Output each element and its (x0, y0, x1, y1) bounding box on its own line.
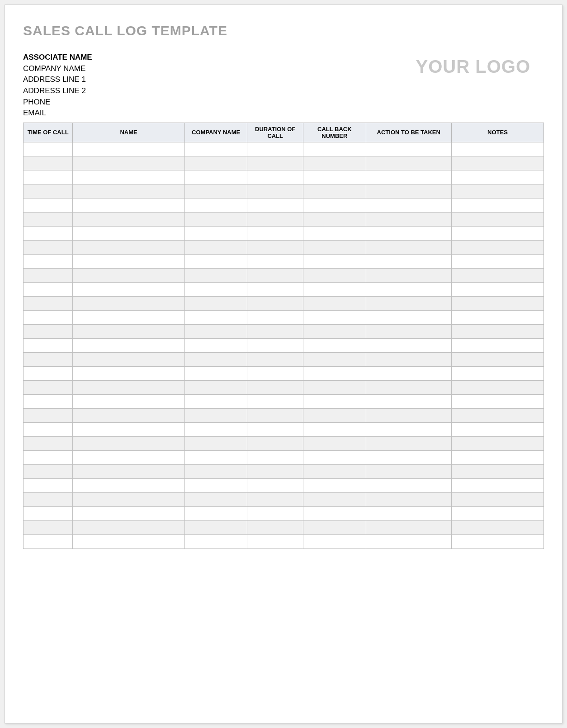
table-cell[interactable] (73, 478, 185, 492)
table-cell[interactable] (184, 352, 247, 366)
table-cell[interactable] (366, 450, 451, 464)
table-cell[interactable] (73, 212, 185, 226)
table-cell[interactable] (303, 338, 366, 352)
table-cell[interactable] (24, 436, 73, 450)
table-cell[interactable] (303, 408, 366, 422)
table-cell[interactable] (303, 198, 366, 212)
table-cell[interactable] (184, 380, 247, 394)
table-cell[interactable] (184, 184, 247, 198)
table-cell[interactable] (247, 366, 303, 380)
table-cell[interactable] (24, 506, 73, 520)
table-cell[interactable] (303, 324, 366, 338)
table-cell[interactable] (247, 226, 303, 240)
table-cell[interactable] (451, 212, 543, 226)
table-cell[interactable] (73, 464, 185, 478)
table-cell[interactable] (247, 254, 303, 268)
table-cell[interactable] (366, 142, 451, 156)
table-cell[interactable] (73, 380, 185, 394)
table-cell[interactable] (303, 534, 366, 548)
table-cell[interactable] (24, 534, 73, 548)
table-cell[interactable] (451, 324, 543, 338)
table-cell[interactable] (24, 352, 73, 366)
table-cell[interactable] (366, 268, 451, 282)
table-cell[interactable] (451, 142, 543, 156)
table-cell[interactable] (366, 254, 451, 268)
table-cell[interactable] (303, 394, 366, 408)
table-cell[interactable] (303, 282, 366, 296)
table-cell[interactable] (303, 240, 366, 254)
table-cell[interactable] (73, 282, 185, 296)
table-cell[interactable] (451, 492, 543, 506)
table-cell[interactable] (24, 142, 73, 156)
table-cell[interactable] (73, 352, 185, 366)
table-cell[interactable] (184, 170, 247, 184)
table-cell[interactable] (184, 506, 247, 520)
table-cell[interactable] (247, 478, 303, 492)
table-cell[interactable] (73, 268, 185, 282)
table-cell[interactable] (366, 394, 451, 408)
table-cell[interactable] (247, 142, 303, 156)
table-cell[interactable] (247, 506, 303, 520)
table-cell[interactable] (366, 184, 451, 198)
table-cell[interactable] (366, 170, 451, 184)
table-cell[interactable] (247, 156, 303, 170)
table-cell[interactable] (73, 198, 185, 212)
table-cell[interactable] (303, 436, 366, 450)
table-cell[interactable] (303, 254, 366, 268)
table-cell[interactable] (247, 450, 303, 464)
table-cell[interactable] (366, 156, 451, 170)
table-cell[interactable] (366, 464, 451, 478)
table-cell[interactable] (451, 198, 543, 212)
table-cell[interactable] (24, 282, 73, 296)
table-cell[interactable] (247, 240, 303, 254)
table-cell[interactable] (24, 184, 73, 198)
table-cell[interactable] (366, 478, 451, 492)
table-cell[interactable] (73, 310, 185, 324)
table-cell[interactable] (366, 408, 451, 422)
table-cell[interactable] (303, 296, 366, 310)
table-cell[interactable] (73, 240, 185, 254)
table-cell[interactable] (451, 310, 543, 324)
table-cell[interactable] (24, 450, 73, 464)
table-cell[interactable] (366, 492, 451, 506)
table-cell[interactable] (303, 310, 366, 324)
table-cell[interactable] (247, 282, 303, 296)
table-cell[interactable] (451, 436, 543, 450)
table-cell[interactable] (451, 156, 543, 170)
table-cell[interactable] (73, 520, 185, 534)
table-cell[interactable] (303, 268, 366, 282)
table-cell[interactable] (24, 240, 73, 254)
table-cell[interactable] (73, 296, 185, 310)
table-cell[interactable] (184, 464, 247, 478)
table-cell[interactable] (184, 310, 247, 324)
table-cell[interactable] (73, 156, 185, 170)
table-cell[interactable] (303, 506, 366, 520)
table-cell[interactable] (24, 226, 73, 240)
table-cell[interactable] (247, 534, 303, 548)
table-cell[interactable] (451, 170, 543, 184)
table-cell[interactable] (451, 184, 543, 198)
table-cell[interactable] (247, 324, 303, 338)
table-cell[interactable] (247, 170, 303, 184)
table-cell[interactable] (24, 324, 73, 338)
table-cell[interactable] (247, 422, 303, 436)
table-cell[interactable] (73, 436, 185, 450)
table-cell[interactable] (24, 478, 73, 492)
table-cell[interactable] (184, 212, 247, 226)
table-cell[interactable] (184, 422, 247, 436)
table-cell[interactable] (24, 422, 73, 436)
table-cell[interactable] (303, 212, 366, 226)
table-cell[interactable] (451, 296, 543, 310)
table-cell[interactable] (366, 436, 451, 450)
table-cell[interactable] (303, 156, 366, 170)
table-cell[interactable] (451, 506, 543, 520)
table-cell[interactable] (184, 520, 247, 534)
table-cell[interactable] (451, 520, 543, 534)
table-cell[interactable] (24, 366, 73, 380)
table-cell[interactable] (247, 296, 303, 310)
table-cell[interactable] (24, 170, 73, 184)
table-cell[interactable] (451, 338, 543, 352)
table-cell[interactable] (451, 282, 543, 296)
table-cell[interactable] (451, 534, 543, 548)
table-cell[interactable] (73, 422, 185, 436)
